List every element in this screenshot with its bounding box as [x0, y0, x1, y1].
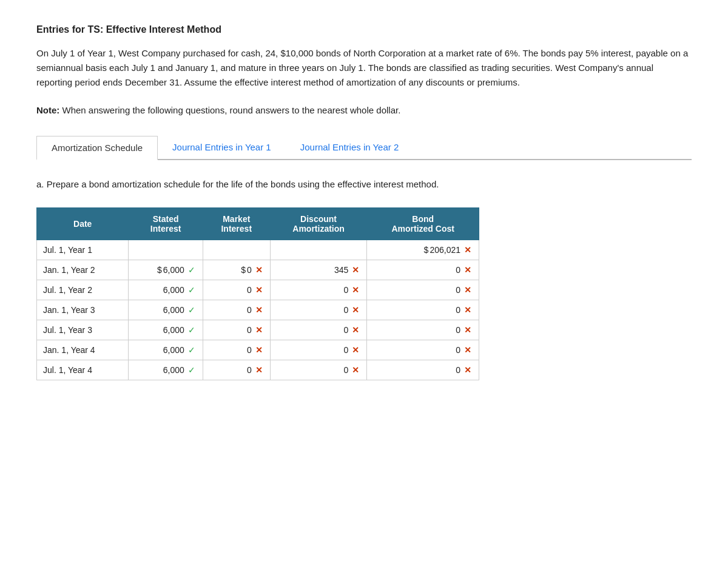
- cell-date: Jul. 1, Year 3: [37, 320, 129, 340]
- cell-stated-interest: $ 6,000 ✓: [129, 260, 203, 280]
- cell-market-interest: 0 ✕: [203, 360, 270, 380]
- table-row: Jan. 1, Year 2$ 6,000 ✓$ 0 ✕345 ✕0 ✕: [37, 260, 479, 280]
- col-header-market: Market Interest: [203, 208, 270, 240]
- cell-stated-interest: 6,000 ✓: [129, 280, 203, 300]
- table-row: Jul. 1, Year 1$ 206,021 ✕: [37, 240, 479, 260]
- col-header-stated: Stated Interest: [129, 208, 203, 240]
- cell-date: Jul. 1, Year 2: [37, 280, 129, 300]
- table-row: Jul. 1, Year 46,000 ✓0 ✕0 ✕0 ✕: [37, 360, 479, 380]
- note-text: Note: When answering the following quest…: [36, 103, 692, 118]
- cell-market-interest: $ 0 ✕: [203, 260, 270, 280]
- cell-bond-amortized-cost: 0 ✕: [367, 260, 479, 280]
- cell-market-interest: 0 ✕: [203, 280, 270, 300]
- cell-bond-amortized-cost: 0 ✕: [367, 280, 479, 300]
- cell-discount-amortization: 0 ✕: [270, 320, 367, 340]
- cell-date: Jan. 1, Year 4: [37, 340, 129, 360]
- table-row: Jul. 1, Year 26,000 ✓0 ✕0 ✕0 ✕: [37, 280, 479, 300]
- cell-stated-interest: 6,000 ✓: [129, 360, 203, 380]
- cell-discount-amortization: 0 ✕: [270, 300, 367, 320]
- cell-market-interest: 0 ✕: [203, 320, 270, 340]
- cell-stated-interest: [129, 240, 203, 260]
- amortization-table: Date Stated Interest Market Interest Dis…: [36, 207, 479, 380]
- cell-bond-amortized-cost: $ 206,021 ✕: [367, 240, 479, 260]
- table-row: Jan. 1, Year 46,000 ✓0 ✕0 ✕0 ✕: [37, 340, 479, 360]
- tab-journal-year1[interactable]: Journal Entries in Year 1: [158, 136, 286, 159]
- cell-stated-interest: 6,000 ✓: [129, 320, 203, 340]
- note-label: Note:: [36, 105, 59, 115]
- cell-bond-amortized-cost: 0 ✕: [367, 300, 479, 320]
- cell-date: Jan. 1, Year 3: [37, 300, 129, 320]
- cell-stated-interest: 6,000 ✓: [129, 300, 203, 320]
- cell-market-interest: 0 ✕: [203, 300, 270, 320]
- cell-date: Jan. 1, Year 2: [37, 260, 129, 280]
- tab-bar: Amortization Schedule Journal Entries in…: [36, 136, 692, 160]
- cell-bond-amortized-cost: 0 ✕: [367, 320, 479, 340]
- col-header-date: Date: [37, 208, 129, 240]
- note-body: When answering the following questions, …: [62, 105, 401, 115]
- col-header-bond: Bond Amortized Cost: [367, 208, 479, 240]
- cell-market-interest: [203, 240, 270, 260]
- cell-bond-amortized-cost: 0 ✕: [367, 360, 479, 380]
- col-header-discount: Discount Amortization: [270, 208, 367, 240]
- cell-discount-amortization: 0 ✕: [270, 340, 367, 360]
- cell-discount-amortization: [270, 240, 367, 260]
- sub-instruction: a. Prepare a bond amortization schedule …: [36, 177, 692, 192]
- cell-date: Jul. 1, Year 4: [37, 360, 129, 380]
- cell-discount-amortization: 0 ✕: [270, 280, 367, 300]
- cell-date: Jul. 1, Year 1: [37, 240, 129, 260]
- cell-market-interest: 0 ✕: [203, 340, 270, 360]
- cell-stated-interest: 6,000 ✓: [129, 340, 203, 360]
- table-row: Jan. 1, Year 36,000 ✓0 ✕0 ✕0 ✕: [37, 300, 479, 320]
- table-row: Jul. 1, Year 36,000 ✓0 ✕0 ✕0 ✕: [37, 320, 479, 340]
- tab-amortization-schedule[interactable]: Amortization Schedule: [36, 136, 158, 160]
- page-title: Entries for TS: Effective Interest Metho…: [36, 24, 692, 35]
- description-text: On July 1 of Year 1, West Company purcha…: [36, 46, 692, 90]
- cell-bond-amortized-cost: 0 ✕: [367, 340, 479, 360]
- cell-discount-amortization: 345 ✕: [270, 260, 367, 280]
- cell-discount-amortization: 0 ✕: [270, 360, 367, 380]
- tab-journal-year2[interactable]: Journal Entries in Year 2: [286, 136, 414, 159]
